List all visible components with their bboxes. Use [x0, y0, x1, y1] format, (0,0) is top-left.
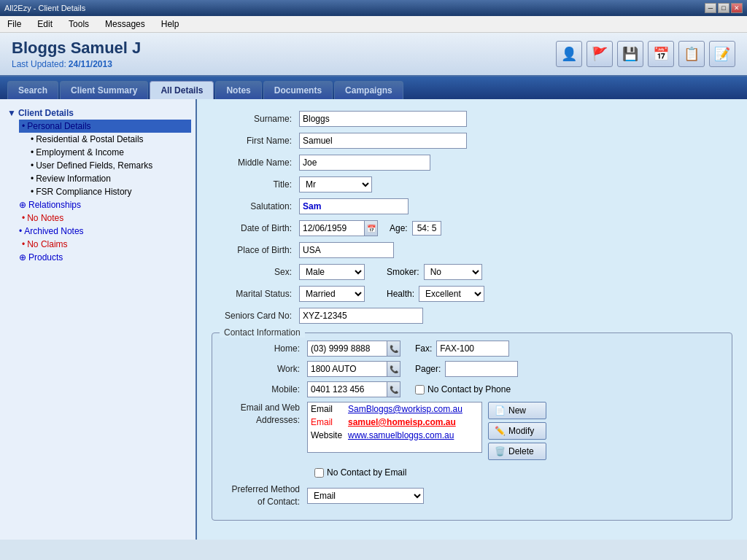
- select-marital[interactable]: MarriedSingleDivorcedWidowed: [299, 286, 365, 302]
- input-seniors[interactable]: [299, 308, 423, 324]
- menu-bar: File Edit Tools Messages Help: [0, 16, 747, 33]
- last-updated: Last Updated: 24/11/2013: [12, 59, 141, 69]
- select-health[interactable]: ExcellentGoodFairPoor: [419, 286, 484, 302]
- main-content: ▼ Client Details • Personal Details • Re…: [0, 99, 747, 540]
- input-mobile[interactable]: [307, 381, 387, 397]
- email-type-2: Email: [311, 417, 344, 427]
- tab-campaigns[interactable]: Campaigns: [334, 81, 403, 99]
- input-firstname[interactable]: [299, 133, 467, 149]
- dob-calendar-button[interactable]: 📅: [365, 220, 378, 236]
- btn-delete-email[interactable]: 🗑️ Delete: [488, 443, 546, 460]
- row-surname: Surname:: [212, 111, 732, 127]
- row-sex-smoker: Sex: MaleFemale Smoker: NoYes: [212, 264, 732, 280]
- tab-search[interactable]: Search: [7, 81, 58, 99]
- window-title: All2Ezy - Client Details: [4, 4, 85, 12]
- row-middlename: Middle Name:: [212, 155, 732, 171]
- label-marital: Marital Status:: [212, 289, 299, 299]
- toolbar-icon-save[interactable]: 💾: [617, 41, 643, 67]
- contact-section: Contact Information Home: 📞 Fax: Work: 📞…: [212, 332, 732, 521]
- last-updated-value: 24/11/2013: [69, 59, 112, 69]
- label-age: Age:: [390, 223, 408, 233]
- email-address-3[interactable]: www.samuelbloggs.com.au: [348, 430, 454, 440]
- btn-new-email[interactable]: 📄 New: [488, 402, 546, 419]
- label-no-contact-email: No Contact by Email: [327, 467, 406, 478]
- tree-label-products: Products: [28, 252, 63, 262]
- toolbar-icon-flag[interactable]: 🚩: [587, 41, 613, 67]
- tab-client-summary[interactable]: Client Summary: [60, 81, 148, 99]
- label-middlename: Middle Name:: [212, 158, 299, 168]
- email-row-2: Email samuel@homeisp.com.au: [308, 416, 481, 429]
- tab-bar: Search Client Summary All Details Notes …: [0, 77, 747, 99]
- close-button[interactable]: ✕: [731, 3, 743, 13]
- tab-all-details[interactable]: All Details: [150, 81, 214, 99]
- input-surname[interactable]: [299, 111, 467, 127]
- input-dob[interactable]: [299, 220, 365, 236]
- row-marital-health: Marital Status: MarriedSingleDivorcedWid…: [212, 286, 732, 302]
- label-smoker: Smoker:: [387, 267, 419, 277]
- email-address-2[interactable]: samuel@homeisp.com.au: [348, 417, 456, 427]
- delete-icon: 🗑️: [495, 446, 506, 456]
- tree-label-archived-notes: Archived Notes: [24, 226, 83, 236]
- input-salutation[interactable]: [299, 198, 409, 214]
- tree-item-review[interactable]: • Review Information: [28, 172, 191, 185]
- work-phone-icon[interactable]: 📞: [387, 361, 400, 377]
- tab-documents[interactable]: Documents: [263, 81, 333, 99]
- input-fax[interactable]: [436, 341, 509, 357]
- input-work[interactable]: [307, 361, 387, 377]
- btn-delete-label: Delete: [508, 446, 534, 456]
- maximize-button[interactable]: □: [718, 3, 729, 13]
- select-title[interactable]: MrMrsMsDrProf: [299, 176, 372, 192]
- tree-item-client-details[interactable]: ▼ Client Details: [4, 106, 191, 120]
- last-updated-label: Last Updated:: [12, 59, 66, 69]
- tab-notes[interactable]: Notes: [215, 81, 261, 99]
- tree-icon-fsr: •: [31, 187, 34, 197]
- tree-item-no-claims[interactable]: • No Claims: [19, 238, 191, 251]
- checkbox-no-contact-phone[interactable]: [415, 385, 425, 394]
- modify-icon: ✏️: [495, 426, 506, 436]
- email-actions: 📄 New ✏️ Modify 🗑️ Delete: [488, 402, 546, 463]
- menu-messages[interactable]: Messages: [101, 18, 150, 31]
- tree-item-employment[interactable]: • Employment & Income: [28, 146, 191, 159]
- select-sex[interactable]: MaleFemale: [299, 264, 365, 280]
- input-middlename[interactable]: [299, 155, 430, 171]
- row-work-pager: Work: 📞 Pager:: [220, 361, 724, 377]
- tree-label-employment: Employment & Income: [36, 147, 124, 158]
- row-salutation: Salutation:: [212, 198, 732, 214]
- mobile-phone-icon[interactable]: 📞: [387, 381, 400, 397]
- menu-edit[interactable]: Edit: [33, 18, 57, 31]
- toolbar-icon-user[interactable]: 👤: [556, 41, 582, 67]
- work-input-group: 📞: [307, 361, 400, 377]
- tree-item-fsr[interactable]: • FSR Compliance History: [28, 185, 191, 198]
- toolbar-icon-edit[interactable]: 📝: [709, 41, 735, 67]
- input-pager[interactable]: [445, 361, 518, 377]
- tree-item-user-defined[interactable]: • User Defined Fields, Remarks: [28, 159, 191, 172]
- label-salutation: Salutation:: [212, 201, 299, 211]
- label-health: Health:: [387, 289, 414, 299]
- label-firstname: First Name:: [212, 136, 299, 146]
- email-address-1[interactable]: SamBloggs@workisp.com.au: [348, 404, 462, 414]
- home-phone-icon[interactable]: 📞: [387, 341, 400, 357]
- tree-panel: ▼ Client Details • Personal Details • Re…: [0, 99, 197, 540]
- checkbox-no-contact-email[interactable]: [314, 468, 324, 478]
- toolbar-icon-print[interactable]: 📋: [678, 41, 705, 67]
- input-pob[interactable]: [299, 242, 394, 258]
- menu-tools[interactable]: Tools: [64, 18, 93, 31]
- tree-item-products[interactable]: ⊕ Products: [16, 251, 191, 264]
- input-home[interactable]: [307, 341, 387, 357]
- tree-icon-user-defined: •: [31, 160, 34, 171]
- menu-file[interactable]: File: [3, 18, 26, 31]
- tree-label-fsr: FSR Compliance History: [36, 187, 131, 197]
- title-bar: All2Ezy - Client Details ─ □ ✕: [0, 0, 747, 16]
- tree-item-no-notes[interactable]: • No Notes: [19, 211, 191, 225]
- tree-item-archived-notes[interactable]: • Archived Notes: [16, 225, 191, 238]
- minimize-button[interactable]: ─: [705, 3, 716, 13]
- tree-item-residential[interactable]: • Residential & Postal Details: [28, 133, 191, 146]
- btn-modify-email[interactable]: ✏️ Modify: [488, 422, 546, 440]
- select-preferred-contact[interactable]: EmailPhoneMailFax: [307, 488, 424, 504]
- tree-item-relationships[interactable]: ⊕ Relationships: [16, 198, 191, 211]
- menu-help[interactable]: Help: [157, 18, 184, 31]
- select-smoker[interactable]: NoYes: [424, 264, 482, 280]
- toolbar-icon-calendar[interactable]: 📅: [648, 41, 674, 67]
- tree-expand-client-details: ▼: [7, 108, 16, 118]
- tree-item-personal-details[interactable]: • Personal Details: [19, 120, 191, 133]
